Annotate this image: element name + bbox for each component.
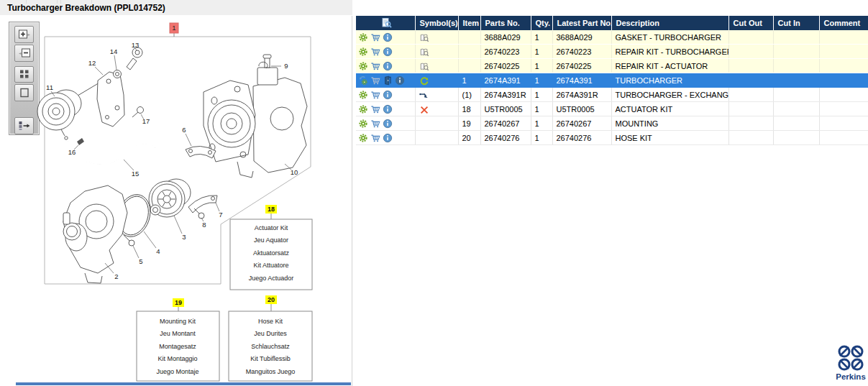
cell-comment <box>819 88 868 102</box>
cart-icon[interactable] <box>370 47 380 57</box>
cell-comment <box>819 30 868 45</box>
header-parts-no: Parts No. <box>480 16 531 30</box>
gear-icon[interactable] <box>358 133 368 143</box>
page-magnifier-icon <box>380 17 392 29</box>
cart-icon[interactable] <box>370 32 380 42</box>
svg-text:Montagesatz: Montagesatz <box>159 343 196 350</box>
cart-icon[interactable] <box>370 104 380 114</box>
info-icon[interactable] <box>383 90 393 100</box>
svg-text:Juego Actuador: Juego Actuador <box>249 275 294 282</box>
table-row[interactable]: 3688A029 1 3688A029 GASKET - TURBOCHARGE… <box>356 30 868 45</box>
cell-parts-no: 3688A029 <box>480 30 531 45</box>
refresh-arrow-icon[interactable] <box>419 76 429 86</box>
cart-icon[interactable] <box>370 90 380 100</box>
svg-text:Jeu Montant: Jeu Montant <box>160 330 196 337</box>
table-row[interactable]: 20 26740276 1 26740276 HOSE KIT <box>356 131 868 145</box>
svg-text:Juego Montaje: Juego Montaje <box>156 368 198 375</box>
book-magnifier-icon[interactable] <box>419 62 429 72</box>
cell-parts-no: 26740225 <box>480 59 531 73</box>
header-latest-part-no: Latest Part No. <box>552 16 611 30</box>
cell-parts-no: 26740267 <box>480 116 531 131</box>
cell-cut-out <box>728 45 773 59</box>
svg-text:Manguitos Juego: Manguitos Juego <box>246 368 296 375</box>
cart-icon-disabled[interactable] <box>370 75 380 86</box>
cell-comment <box>819 102 868 116</box>
gear-icon[interactable] <box>358 90 368 100</box>
cell-comment <box>819 59 868 73</box>
svg-text:13: 13 <box>132 41 140 49</box>
parts-diagram[interactable]: 1 2 3 4 5 6 7 8 9 10 11 12 13 14 15 16 1… <box>0 0 352 386</box>
info-icon[interactable] <box>383 119 393 129</box>
x-mark-icon[interactable] <box>419 105 429 115</box>
info-icon[interactable] <box>383 32 393 42</box>
info-icon[interactable] <box>383 61 393 71</box>
cell-cut-out <box>728 102 773 116</box>
header-symbols: Symbol(s) <box>415 16 458 30</box>
svg-text:Aktuatorsatz: Aktuatorsatz <box>253 249 290 257</box>
cell-comment <box>819 131 868 145</box>
cart-icon[interactable] <box>370 133 380 143</box>
book-magnifier-icon[interactable] <box>419 47 429 58</box>
cell-description: MOUNTING <box>611 116 728 131</box>
gear-icon[interactable] <box>358 104 368 114</box>
svg-text:20: 20 <box>268 296 275 303</box>
header-actions <box>356 16 415 30</box>
kit-box-20[interactable]: 20 Hose Kit Jeu Durites Schlauchsatz Kit… <box>229 295 312 381</box>
table-row[interactable]: 18 U5TR0005 1 U5TR0005 ACTUATOR KIT <box>356 102 868 116</box>
cell-cut-in <box>773 73 819 88</box>
cell-item: (1) <box>458 88 480 102</box>
gear-sync-icon[interactable] <box>358 75 368 86</box>
table-row[interactable]: (1) 2674A391R 1 2674A391R TURBOCHARGER -… <box>356 88 868 102</box>
info-icon[interactable] <box>383 104 393 114</box>
svg-text:Schlauchsatz: Schlauchsatz <box>251 343 290 350</box>
cell-cut-in <box>773 102 819 116</box>
svg-text:6: 6 <box>182 126 186 134</box>
gear-icon[interactable] <box>358 119 368 129</box>
exchange-arrow-icon[interactable] <box>419 91 429 101</box>
svg-text:16: 16 <box>68 148 76 156</box>
cell-comment <box>819 73 868 88</box>
svg-text:Hose Kit: Hose Kit <box>258 318 283 325</box>
cell-cut-in <box>773 131 819 145</box>
cart-icon[interactable] <box>370 61 380 71</box>
svg-text:Actuator Kit: Actuator Kit <box>255 224 288 231</box>
svg-text:17: 17 <box>142 117 150 125</box>
svg-text:19: 19 <box>175 299 182 306</box>
cell-cut-out <box>728 116 773 131</box>
table-row[interactable]: 19 26740267 1 26740267 MOUNTING <box>356 116 868 131</box>
cell-latest-part-no: 26740223 <box>552 45 611 59</box>
svg-text:Kit Attuatore: Kit Attuatore <box>253 262 288 269</box>
table-row[interactable]: 26740225 1 26740225 REPAIR KIT - ACTUATO… <box>356 59 868 73</box>
info-icon[interactable] <box>383 47 393 57</box>
cell-cut-in <box>773 116 819 131</box>
book-magnifier-icon[interactable] <box>419 33 429 43</box>
cell-latest-part-no: 2674A391 <box>552 73 611 88</box>
cell-latest-part-no: 3688A029 <box>552 30 611 45</box>
horizontal-scrollbar[interactable] <box>16 382 351 385</box>
door-icon[interactable] <box>383 75 393 86</box>
cell-cut-in <box>773 88 819 102</box>
cell-description: TURBOCHARGER - EXCHANGE <box>611 88 728 102</box>
header-comment: Comment <box>819 16 868 30</box>
cell-latest-part-no: 2674A391R <box>552 88 611 102</box>
info-icon[interactable] <box>383 133 393 143</box>
callout-1[interactable]: 1 <box>170 23 178 33</box>
cell-cut-out <box>728 73 773 88</box>
table-row-selected[interactable]: 1 2674A391 1 2674A391 TURBOCHARGER <box>356 73 868 88</box>
cell-item: 20 <box>458 131 480 145</box>
svg-text:11: 11 <box>46 83 53 91</box>
gear-icon[interactable] <box>358 61 368 71</box>
cell-description: TURBOCHARGER <box>611 73 728 88</box>
gear-icon[interactable] <box>358 32 368 42</box>
kit-box-19[interactable]: 19 Mounting Kit Jeu Montant Montagesatz … <box>137 298 219 381</box>
info-icon[interactable] <box>395 75 405 86</box>
svg-text:9: 9 <box>284 62 288 70</box>
gear-icon[interactable] <box>358 47 368 57</box>
cell-item <box>458 59 480 73</box>
cart-icon[interactable] <box>370 119 380 129</box>
cell-latest-part-no: 26740267 <box>552 116 611 131</box>
cell-qty: 1 <box>531 45 552 59</box>
svg-text:15: 15 <box>132 170 140 178</box>
table-row[interactable]: 26740223 1 26740223 REPAIR KIT - TURBOCH… <box>356 45 868 59</box>
panel-divider <box>352 16 352 386</box>
